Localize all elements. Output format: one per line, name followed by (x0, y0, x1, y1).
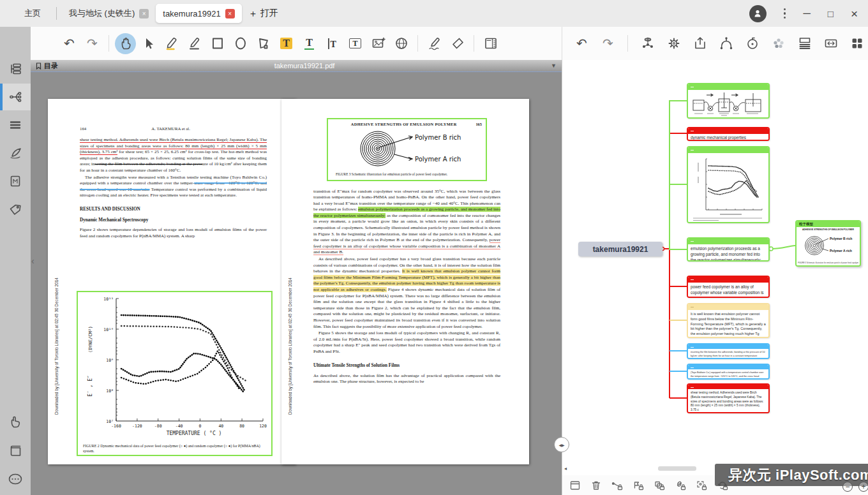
titlebar: 主页 我与地坛 (史铁生) × takemura19921 × ＋ 打开 ─ □… (0, 0, 868, 27)
mindmap-root-node[interactable]: takemura19921 (578, 242, 662, 256)
mindmap-node-yellow-text[interactable]: It is well known that emulsion polymer c… (687, 303, 770, 338)
add-node-icon[interactable] (637, 33, 658, 54)
svg-text:Polymer B rich: Polymer B rich (415, 134, 461, 141)
more-options-icon[interactable] (0, 466, 31, 492)
branch-layout-icon[interactable] (715, 33, 737, 54)
redo-icon[interactable]: ↷ (82, 33, 103, 54)
mindmap-panel-icon[interactable] (0, 84, 31, 110)
pdf-pane: 目录 takemura19921.pdf ▼ ‹ Downloaded by [… (31, 60, 562, 495)
close-tab-2-icon[interactable]: × (225, 9, 235, 18)
svg-text:80: 80 (239, 424, 244, 429)
outline-panel-icon[interactable] (0, 55, 31, 82)
close-tab-1-icon[interactable]: × (139, 9, 149, 18)
mindmap-node-green-text[interactable]: emulsion polymerization proceeds as a gr… (687, 237, 770, 262)
node-width-icon[interactable] (820, 33, 841, 54)
book-icon[interactable] (0, 437, 31, 464)
tag-icon[interactable] (0, 196, 31, 223)
pdf-dropdown-icon[interactable]: ▼ (551, 63, 557, 69)
hand-tool-icon[interactable] (115, 33, 136, 54)
zoom-in-button[interactable]: + (858, 482, 868, 492)
user-avatar[interactable] (749, 5, 767, 22)
lock-link-icon[interactable] (674, 479, 687, 492)
toc-button[interactable]: 目录 (36, 61, 58, 71)
menu-dots-icon[interactable] (784, 8, 786, 19)
svg-text:Polymer A rich: Polymer A rich (830, 249, 852, 253)
mindmap-node-blue-2[interactable]: (Toyo Baldwin Co.) equipped with a tempe… (687, 364, 770, 380)
polygon-shape-icon[interactable] (253, 33, 274, 54)
mindmap-pane[interactable]: takemura19921 (562, 60, 868, 495)
highlighter-pen-icon[interactable] (161, 33, 182, 54)
theme-icon[interactable] (768, 33, 789, 54)
history-icon[interactable] (742, 33, 763, 54)
mindmap-node-red-text[interactable]: power feed copolymer is an alloy of copo… (687, 276, 770, 298)
collapse-sidebar-icon[interactable]: ‹ (31, 256, 34, 266)
apparatus-diagram (689, 91, 767, 117)
annotation-pen-icon[interactable] (0, 140, 31, 166)
text-highlight-icon[interactable]: T (276, 33, 297, 54)
particle-node-caption: FIGURE 3 Schematic illustration for emul… (798, 262, 858, 264)
pdf-canvas[interactable]: ‹ Downloaded by [University of Toronto L… (31, 72, 562, 495)
svg-text:-80: -80 (154, 424, 162, 429)
zoom-controls: − + 40% (842, 482, 868, 492)
tab-document-1[interactable]: 我与地坛 (史铁生) × (62, 4, 156, 23)
mindmap-node-red-shear[interactable]: shear testing method. Adherends used wer… (687, 383, 770, 413)
tab-home-label: 主页 (24, 8, 41, 19)
export-icon[interactable] (689, 33, 710, 54)
map-settings-gear-icon[interactable] (663, 33, 684, 54)
tab-document-2-active[interactable]: takemura19921 × (156, 4, 241, 23)
mindmap-node-figure2-image[interactable] (687, 146, 770, 223)
zoom-out-button[interactable]: − (842, 482, 853, 492)
underline-pen-icon[interactable] (184, 33, 205, 54)
horizontal-scrollbar[interactable] (658, 466, 696, 471)
lock-ocr-icon[interactable] (695, 479, 708, 492)
notes-list-icon[interactable] (0, 112, 31, 138)
layout-style-icon[interactable] (794, 33, 815, 54)
insert-image-icon[interactable] (368, 33, 389, 54)
figure2-annotation-box[interactable]: 10¹¹ 10¹⁰ 10⁹ 10⁸ 10⁷ -160 -120 -80 (77, 291, 273, 456)
freehand-pen-icon[interactable] (424, 33, 445, 54)
delete-node-icon[interactable] (590, 479, 602, 492)
ellipse-shape-icon[interactable] (230, 33, 251, 54)
new-window-icon[interactable] (569, 479, 581, 492)
select-cursor-icon[interactable] (138, 33, 159, 54)
tab-home[interactable]: 主页 (14, 4, 51, 23)
lock-node-icon[interactable] (632, 479, 645, 492)
figure3-annotation-box[interactable]: ADHESIVE STRENGTHS OF EMULSION POLYMER 1… (327, 118, 487, 181)
mindmap-node-blue-1[interactable]: inserting the film between the adherends… (687, 343, 770, 359)
lock-copy-icon[interactable] (653, 479, 666, 492)
undo-icon[interactable]: ↶ (59, 33, 80, 54)
scroll-left-icon[interactable]: ◂ (564, 466, 567, 471)
toc-label: 目录 (44, 61, 58, 71)
download-watermark-text: Downloaded by [University of Toronto Lib… (54, 147, 59, 415)
grid-view-icon[interactable] (846, 33, 867, 54)
pdf-toolbar: ↶ ↷ (31, 27, 562, 60)
minimize-button[interactable]: ─ (803, 8, 810, 18)
annotation-panel-icon[interactable] (480, 33, 501, 54)
rectangle-shape-icon[interactable] (207, 33, 228, 54)
mindmap-node-apparatus-image[interactable] (687, 83, 770, 119)
mindmap-node-particle-model[interactable]: 粒子模型 ADHESIVE STRENGTHS OF EMULSION POLY… (795, 220, 861, 267)
svg-text:10⁸: 10⁸ (106, 388, 114, 394)
maximize-button[interactable]: □ (828, 9, 834, 18)
svg-text:(DYNE/CM²): (DYNE/CM²) (88, 326, 93, 353)
close-window-button[interactable]: × (851, 8, 858, 20)
markdown-doc-icon[interactable] (0, 168, 31, 195)
open-file-button[interactable]: ＋ 打开 (248, 8, 278, 20)
paragraph: As described above, power feed copolymer… (313, 256, 500, 330)
paragraph: As described above, the solution film ha… (313, 373, 500, 385)
paragraph: shear testing method. Adherends used wer… (80, 137, 267, 174)
figure2-thumbnail (689, 155, 767, 221)
lock-drag-icon[interactable] (611, 479, 624, 492)
hand-gesture-icon[interactable] (0, 408, 31, 435)
pane-splitter-button[interactable]: ◀▶ (554, 437, 569, 452)
pdf-page-165: Downloaded by [University of Toronto Lib… (281, 99, 529, 464)
map-redo-icon[interactable]: ↷ (597, 33, 618, 54)
map-undo-icon[interactable]: ↶ (571, 33, 592, 54)
mindmap-node-dynamic-properties[interactable]: dynamic mechanical properties (687, 127, 770, 141)
eraser-icon[interactable] (447, 33, 468, 54)
text-underline-icon[interactable]: T (299, 33, 320, 54)
web-link-icon[interactable] (391, 33, 412, 54)
text-box-icon[interactable]: T (345, 33, 366, 54)
text-strikeout-icon[interactable]: T (322, 33, 343, 54)
svg-text:10⁹: 10⁹ (106, 358, 114, 363)
